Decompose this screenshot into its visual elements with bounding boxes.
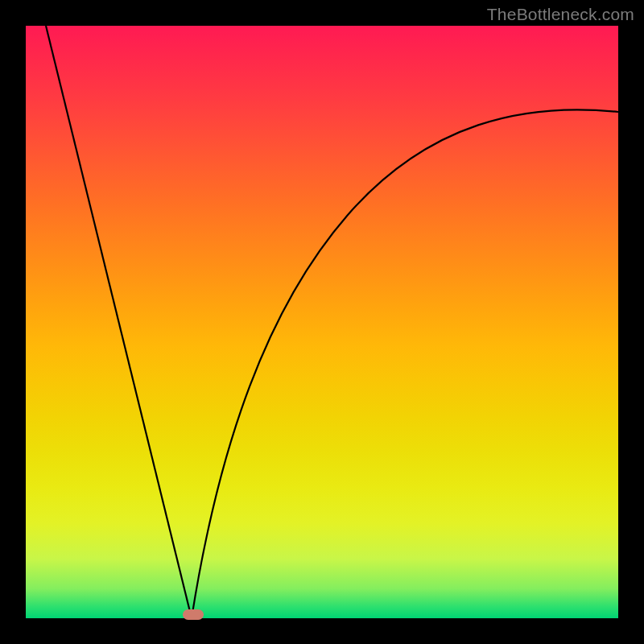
watermark-text: TheBottleneck.com xyxy=(487,5,634,24)
curve-left-branch xyxy=(46,26,192,618)
bottleneck-curve xyxy=(26,26,618,618)
chart-frame: TheBottleneck.com xyxy=(0,0,644,644)
curve-right-branch xyxy=(192,109,618,618)
plot-area xyxy=(26,26,618,618)
minimum-marker xyxy=(183,609,204,620)
